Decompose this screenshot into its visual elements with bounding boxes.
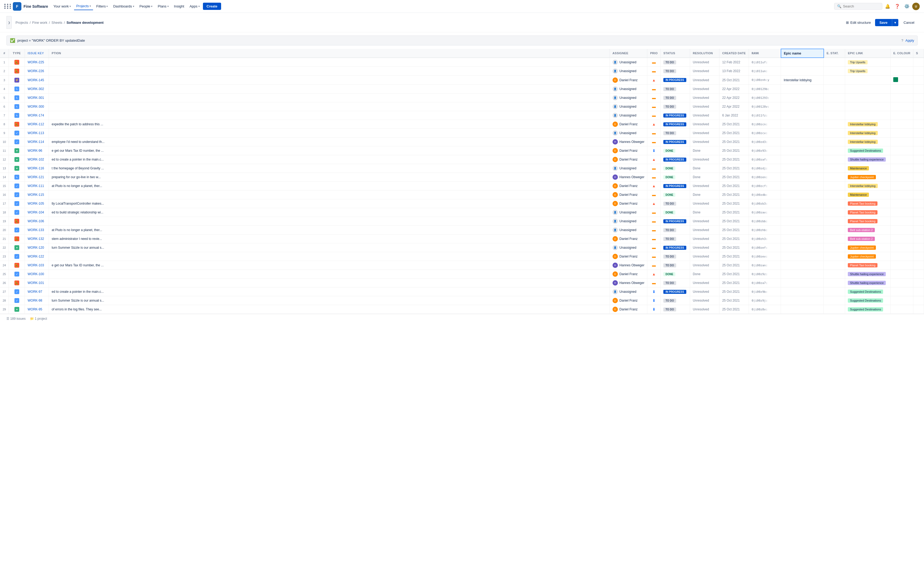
col-header-resolution[interactable]: Resolution [690,49,719,58]
row-issue-key[interactable]: WORK-174 [25,111,49,120]
col-header-epic-link[interactable]: Epic link [845,49,890,58]
search-box[interactable]: 🔍 [834,3,882,10]
assignee-avatar: 👤 [612,227,618,233]
row-status: TO DO [661,102,690,111]
cancel-button[interactable]: Cancel [900,19,918,26]
row-issue-key[interactable]: WORK-120 [25,243,49,252]
col-header-epic-name[interactable] [781,49,824,58]
row-issue-key[interactable]: WORK-102 [25,155,49,164]
row-colour [890,93,913,102]
row-issue-key[interactable]: WORK-115 [25,190,49,199]
col-header-ecolour[interactable]: E. colour [890,49,913,58]
app-logo[interactable]: F Fine Software [13,2,48,11]
col-header-s[interactable]: S [913,49,924,58]
nav-plans[interactable]: Plans ▾ [156,3,171,10]
row-issue-key[interactable]: WORK-98 [25,296,49,305]
subtask-type-icon: ↳ [15,87,19,91]
nav-apps[interactable]: Apps ▾ [187,3,202,10]
row-issue-key[interactable]: WORK-111 [25,182,49,190]
row-issue-key[interactable]: WORK-112 [25,120,49,129]
row-status: TO DO [661,305,690,314]
nav-your-work[interactable]: Your work ▾ [51,3,73,10]
filter-help-icon[interactable]: ? [901,39,903,42]
apps-grid-icon[interactable] [4,4,12,9]
row-issue-key[interactable]: WORK-301 [25,93,49,102]
row-issue-key[interactable]: WORK-133 [25,226,49,235]
apply-button[interactable]: Apply [905,39,914,42]
row-issue-key[interactable]: WORK-121 [25,173,49,182]
row-epic-name [781,129,824,137]
save-dropdown-button[interactable]: ▾ [892,19,898,26]
col-header-key[interactable]: Issue key [25,49,49,58]
row-issue-key[interactable]: WORK-105 [25,199,49,208]
row-issue-key[interactable]: WORK-96 [25,147,49,155]
breadcrumb-projects[interactable]: Projects [16,21,28,24]
row-issue-key[interactable]: WORK-226 [25,67,49,76]
row-issue-key[interactable]: WORK-97 [25,287,49,296]
row-description: e get our Mars Tax ID number, the ... [49,261,610,270]
row-issue-key[interactable]: WORK-104 [25,208,49,217]
epic-link-badge: Planet Taxi booking [848,219,877,223]
col-header-desc[interactable]: ption [49,49,610,58]
row-date: 25 Oct 2021 [719,252,749,261]
row-epic-link: Planet Taxi booking [845,208,890,217]
row-status: TO DO [661,296,690,305]
row-description [49,102,610,111]
epic-name-header-input[interactable] [784,51,821,55]
row-num: 15 [0,182,9,190]
create-button[interactable]: Create [203,3,221,10]
settings-button[interactable]: ⚙️ [903,2,911,11]
row-issue-key[interactable]: WORK-122 [25,252,49,261]
col-header-assignee[interactable]: Assignee [610,49,647,58]
save-button[interactable]: Save [875,19,892,26]
row-issue-key[interactable]: WORK-132 [25,235,49,243]
user-avatar[interactable]: U [912,3,920,10]
status-badge: TO DO [663,228,676,232]
col-header-type[interactable]: Type [9,49,25,58]
nav-people[interactable]: People ▾ [137,3,155,10]
bug-type-icon: 🐛 [15,122,19,127]
row-rank: 0|i011uf: [749,58,781,67]
sidebar-toggle[interactable]: ❯ [6,16,12,29]
row-resolution: Unresolved [690,279,719,287]
row-epic-name: Interstellar lobbying [781,76,824,85]
row-num: 14 [0,173,9,182]
row-issue-key[interactable]: WORK-106 [25,217,49,226]
row-date: 25 Oct 2021 [719,155,749,164]
row-issue-key[interactable]: WORK-116 [25,164,49,173]
nav-dashboards[interactable]: Dashboards ▾ [111,3,136,10]
help-button[interactable]: ❓ [893,2,901,11]
col-header-prio[interactable]: Prio [647,49,661,58]
col-header-estat[interactable]: E. stat. [824,49,845,58]
breadcrumb-fine-work[interactable]: Fine work [32,21,47,24]
col-header-num[interactable]: # [0,49,9,58]
row-type: 🐛 [9,235,25,243]
search-input[interactable] [843,4,875,8]
nav-insight[interactable]: Insight [172,3,186,10]
save-button-group: Save ▾ [875,19,898,26]
notifications-button[interactable]: 🔔 [884,2,892,11]
row-issue-key[interactable]: WORK-100 [25,270,49,279]
row-issue-key[interactable]: WORK-95 [25,305,49,314]
row-issue-key[interactable]: WORK-103 [25,261,49,270]
breadcrumb-sheets[interactable]: Sheets [52,21,62,24]
row-issue-key[interactable]: WORK-302 [25,85,49,93]
row-estat [824,287,845,296]
col-header-status[interactable]: Status [661,49,690,58]
assignee-name: Unassigned [619,69,636,73]
col-header-rank[interactable]: Rank [749,49,781,58]
edit-structure-button[interactable]: ⊞ Edit structure [844,19,873,26]
col-header-date[interactable]: Created date [719,49,749,58]
row-issue-key[interactable]: WORK-300 [25,102,49,111]
row-issue-key[interactable]: WORK-225 [25,58,49,67]
row-colour [890,76,913,85]
row-issue-key[interactable]: WORK-113 [25,129,49,137]
medium-priority-icon: ▬ [652,105,656,109]
nav-projects[interactable]: Projects ▾ [74,2,93,10]
row-issue-key[interactable]: WORK-145 [25,76,49,85]
row-issue-key[interactable]: WORK-114 [25,137,49,147]
row-issue-key[interactable]: WORK-101 [25,279,49,287]
nav-filters[interactable]: Filters ▾ [94,3,110,10]
row-priority: ▬ [647,129,661,137]
row-status: DONE [661,190,690,199]
